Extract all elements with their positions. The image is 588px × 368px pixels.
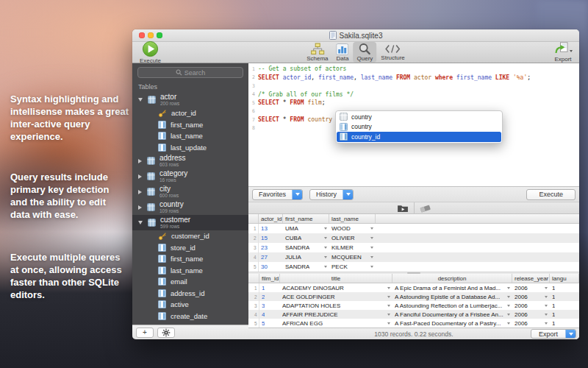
sidebar-column-first_name[interactable]: first_name (132, 253, 248, 265)
title-bar[interactable]: Sakila.sqlite3 (132, 29, 579, 42)
grid-cell[interactable]: UMA (283, 224, 329, 233)
sidebar-table-country[interactable]: country109 rows (132, 199, 248, 215)
table-row[interactable]: 44AFFAIR PREJUDICEA Fanciful Documentary… (248, 310, 579, 319)
grid-cell[interactable]: SANDRA (283, 262, 329, 272)
export-results-button[interactable]: Export (531, 329, 576, 339)
view-schema-button[interactable]: Schema (303, 42, 331, 63)
grid-cell[interactable]: 13 (259, 224, 283, 233)
table-row[interactable]: 427JULIAMCQUEEN (248, 252, 579, 262)
grid-cell[interactable]: A Astounding Reflection of a Lumberjac..… (392, 301, 512, 310)
table-row[interactable]: 323SANDRAKILMER (248, 243, 579, 252)
chevron-right-icon[interactable] (138, 159, 142, 163)
sidebar-column-last_update[interactable]: last_update (132, 142, 248, 154)
grid-cell[interactable]: CUBA (283, 233, 329, 243)
chevron-down-icon[interactable] (387, 287, 390, 289)
eraser-button[interactable] (415, 202, 436, 213)
table-row[interactable]: 33ADAPTATION HOLESA Astounding Reflectio… (248, 301, 579, 310)
grid-cell[interactable]: 1 (550, 319, 579, 328)
chevron-down-icon[interactable] (324, 227, 327, 230)
grid-cell[interactable]: 5 (259, 319, 280, 328)
chevron-right-icon[interactable] (138, 174, 142, 179)
chevron-down-icon[interactable] (387, 314, 390, 316)
grid-cell[interactable]: 2 (259, 292, 280, 301)
chevron-down-icon[interactable] (343, 190, 353, 199)
grid-cell[interactable]: PECK (329, 262, 376, 272)
grid-cell[interactable]: 2006 (512, 301, 550, 310)
column-header-first_name[interactable]: first_name (283, 214, 329, 223)
chevron-down-icon[interactable] (138, 98, 143, 102)
grid-cell[interactable]: WOOD (329, 224, 376, 233)
column-header-actor_id[interactable]: actor_id (259, 214, 283, 223)
grid-cell[interactable]: 1 (550, 301, 579, 310)
chevron-down-icon[interactable] (545, 322, 548, 325)
chevron-down-icon[interactable] (507, 314, 510, 316)
sidebar-column-actor_id[interactable]: actor_id (132, 107, 248, 119)
grid-cell[interactable]: 23 (259, 243, 283, 252)
chevron-down-icon[interactable] (545, 314, 548, 316)
grid-cell[interactable]: 30 (259, 262, 283, 272)
grid-cell[interactable]: A Fast-Paced Documentary of a Pastry... (392, 319, 512, 328)
chevron-down-icon[interactable] (545, 287, 548, 289)
table-row[interactable]: 22ACE GOLDFINGERA Astounding Epistle of … (248, 292, 579, 301)
sidebar-column-customer_id[interactable]: customer_id (132, 230, 248, 242)
chevron-down-icon[interactable] (324, 237, 327, 239)
chevron-down-icon[interactable] (545, 305, 548, 307)
grid-cell[interactable]: OLIVIER (329, 233, 376, 243)
add-button[interactable]: + (136, 328, 154, 338)
chevron-down-icon[interactable] (387, 305, 390, 307)
zoom-button[interactable] (157, 32, 162, 38)
grid-cell[interactable]: SANDRA (283, 243, 329, 252)
view-query-button[interactable]: Query (354, 42, 377, 63)
grid-cell[interactable]: 2006 (512, 283, 550, 292)
search-input[interactable]: Search (137, 67, 243, 78)
chevron-down-icon[interactable] (387, 296, 390, 298)
grid-cell[interactable]: 1 (550, 283, 579, 292)
sidebar-column-active[interactable]: active (132, 299, 248, 311)
chevron-right-icon[interactable] (138, 205, 142, 210)
sidebar-column-last_name[interactable]: last_name (132, 130, 248, 142)
chevron-right-icon[interactable] (138, 190, 142, 194)
minimize-button[interactable] (148, 32, 154, 38)
history-button[interactable]: History (309, 189, 354, 200)
grid-cell[interactable]: 15 (259, 233, 283, 243)
chevron-down-icon[interactable] (507, 287, 510, 289)
grid-cell[interactable]: A Fanciful Documentary of a Frisbee An..… (392, 310, 512, 319)
sidebar-column-last_name[interactable]: last_name (132, 265, 248, 277)
grid-cell[interactable]: 27 (259, 252, 283, 262)
results-grid-actor[interactable]: actor_idfirst_namelast_name113UMAWOOD215… (248, 214, 579, 272)
folder-run-button[interactable] (392, 202, 414, 213)
autocomplete-item[interactable]: country (337, 122, 501, 132)
sidebar-column-address_id[interactable]: address_id (132, 288, 248, 300)
column-header-title[interactable]: title (280, 274, 392, 283)
column-header-last_name[interactable]: last_name (329, 214, 376, 223)
grid-cell[interactable]: 3 (259, 301, 280, 310)
sidebar-table-address[interactable]: address603 rows (132, 153, 248, 169)
chevron-down-icon[interactable] (565, 330, 576, 338)
sidebar-table-actor[interactable]: actor200 rows (132, 92, 248, 107)
chevron-down-icon[interactable] (370, 227, 373, 230)
column-header-description[interactable]: description (392, 274, 512, 283)
grid-cell[interactable]: A Astounding Epistle of a Database Ad... (392, 292, 512, 301)
sidebar-table-city[interactable]: city600 rows (132, 184, 248, 199)
autocomplete-item[interactable]: country (337, 112, 501, 122)
grid-cell[interactable]: 2006 (512, 310, 550, 319)
close-button[interactable] (139, 32, 145, 38)
autocomplete-item[interactable]: country_id (337, 132, 501, 142)
grid-cell[interactable]: 1 (550, 292, 579, 301)
execute-toolbar-button[interactable]: Execute (136, 42, 165, 63)
export-toolbar-button[interactable]: Export (551, 42, 576, 63)
chevron-down-icon[interactable] (545, 296, 548, 298)
chevron-down-icon[interactable] (324, 247, 327, 249)
chevron-down-icon[interactable] (138, 221, 143, 224)
sidebar-column-create_date[interactable]: create_date (132, 311, 248, 322)
execute-query-button[interactable]: Execute (526, 189, 576, 200)
chevron-down-icon[interactable] (370, 237, 373, 239)
chevron-down-icon[interactable] (324, 256, 327, 258)
chevron-down-icon[interactable] (370, 256, 373, 258)
settings-button[interactable] (157, 328, 175, 338)
grid-cell[interactable]: AFFAIR PREJUDICE (280, 310, 392, 319)
grid-cell[interactable]: ACE GOLDFINGER (280, 292, 392, 301)
grid-cell[interactable]: 1 (259, 283, 280, 292)
chevron-down-icon[interactable] (507, 296, 510, 298)
favorites-button[interactable]: Favorites (252, 189, 303, 200)
